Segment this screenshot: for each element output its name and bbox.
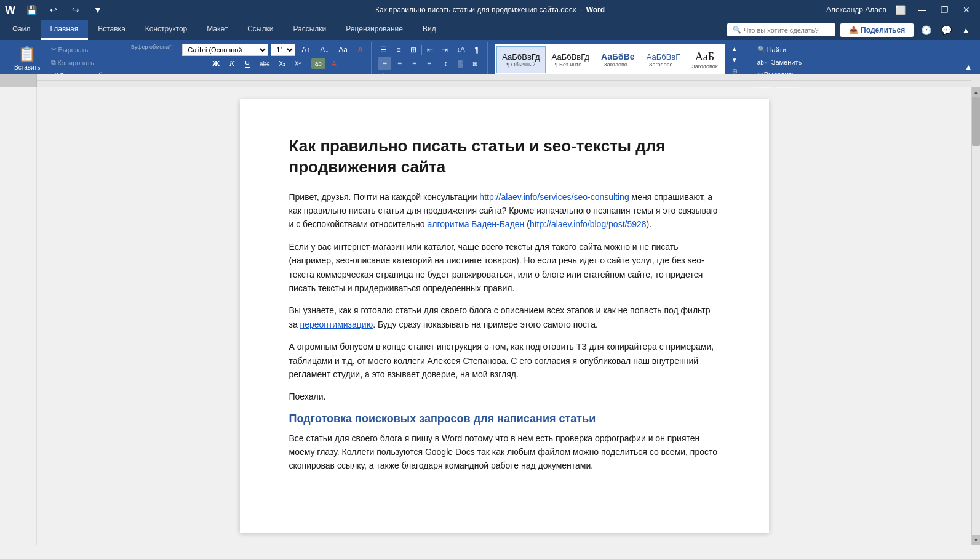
paragraph-4: А огромным бонусом в конце станет инстру… (289, 340, 720, 381)
search-bar[interactable]: 🔍 (727, 23, 835, 36)
paste-button[interactable]: 📋 Вставить (9, 44, 46, 73)
italic-button[interactable]: К (225, 57, 239, 70)
align-left-button[interactable]: ≡ (378, 57, 391, 70)
multilevel-list-button[interactable]: ⊞ (407, 44, 420, 56)
maximize-button[interactable]: ❐ (936, 1, 953, 18)
p1-link2[interactable]: алгоритма Баден-Баден (428, 219, 525, 229)
minimize-button[interactable]: — (914, 1, 931, 18)
bold-button[interactable]: Ж (209, 57, 223, 70)
scrollbar-track[interactable] (972, 97, 980, 535)
ribbon-group-styles: АаБбВвГд ¶ Обычный АаБбВвГд ¶ Без инте..… (489, 42, 747, 74)
ribbon-group-clipboard: 📋 Вставить ✂ Вырезать ⧉ Копировать 🖌 Фор… (5, 42, 127, 74)
share-button[interactable]: 📤 Поделиться (840, 23, 914, 37)
p1-text-before: Привет, друзья. Почти на каждой консульт… (289, 192, 480, 202)
p1-end: ). (647, 219, 652, 229)
underline-button[interactable]: Ч (241, 58, 254, 70)
replace-label: Заменить (771, 58, 802, 66)
find-button[interactable]: 🔍 Найти (754, 44, 789, 55)
font-grow-button[interactable]: A↑ (298, 44, 314, 56)
tab-design[interactable]: Конструктор (135, 20, 197, 40)
title-separator: - (580, 6, 583, 14)
search-input[interactable] (744, 26, 830, 34)
font-shrink-button[interactable]: A↓ (316, 44, 332, 56)
scrollbar-down-button[interactable]: ▼ (972, 535, 981, 545)
font-size-select[interactable]: 11 (271, 44, 295, 56)
styles-scroll-up[interactable]: ▲ (728, 44, 741, 54)
paragraph-5: Поехали. (289, 390, 720, 403)
increase-indent-button[interactable]: ⇥ (438, 44, 452, 56)
doc-scroll[interactable]: Как правильно писать статьи и seo-тексты… (37, 87, 971, 545)
shading-button[interactable]: ▒ (453, 58, 467, 69)
align-justify-button[interactable]: ≡ (422, 57, 436, 70)
redo-button[interactable]: ↪ (67, 1, 84, 18)
close-button[interactable]: ✕ (958, 1, 975, 18)
ribbon-history-button[interactable]: 🕐 (918, 24, 934, 36)
p1-link1[interactable]: http://alaev.info/services/seo-consultin… (479, 192, 629, 202)
style-normal-text: АаБбВвГд (502, 52, 540, 62)
style-heading2[interactable]: АаБбВвГ Заголово... (641, 46, 686, 73)
tab-mailings[interactable]: Рассылки (283, 20, 336, 40)
cut-button[interactable]: ✂ Вырезать (48, 44, 123, 55)
tab-review[interactable]: Рецензирование (336, 20, 413, 40)
tab-home[interactable]: Главная (41, 20, 89, 40)
align-right-button[interactable]: ≡ (407, 57, 421, 70)
replace-button[interactable]: ab↔ Заменить (754, 57, 805, 68)
styles-scroll-down[interactable]: ▼ (728, 55, 741, 65)
style-heading2-text: АаБбВвГ (647, 52, 680, 62)
strikethrough-button[interactable]: аbc (256, 58, 273, 69)
p3-text-after: . Буду сразу показывать на примере этого… (373, 320, 598, 329)
numbering-button[interactable]: ≡ (392, 44, 405, 56)
copy-label: Копировать (57, 59, 94, 66)
tab-layout[interactable]: Макет (197, 20, 237, 40)
decrease-indent-button[interactable]: ⇤ (423, 44, 437, 56)
doc-title: Как правильно писать статьи и seo-тексты… (289, 136, 720, 178)
share-icon: 📤 (849, 26, 858, 34)
font-color-button[interactable]: A (354, 44, 367, 56)
style-heading2-label: Заголово... (649, 62, 677, 68)
paste-icon: 📋 (18, 46, 36, 63)
restore-window-button[interactable]: ⬜ (891, 1, 909, 18)
scrollbar-right[interactable]: ▲ ▼ (971, 87, 980, 545)
tab-insert[interactable]: Вставка (88, 20, 135, 40)
bullets-button[interactable]: ☰ (376, 44, 391, 56)
undo-button[interactable]: ↩ (45, 1, 62, 18)
superscript-button[interactable]: X² (291, 58, 305, 69)
save-quick-button[interactable]: 💾 (23, 1, 40, 18)
style-nospace[interactable]: АаБбВвГд ¶ Без инте... (546, 46, 595, 73)
app-name: Word (586, 6, 605, 14)
subscript-button[interactable]: X₂ (275, 58, 289, 69)
clipboard-expand-icon[interactable]: ⬚ (169, 44, 174, 50)
borders-button[interactable]: ⊞ (468, 58, 482, 69)
line-spacing-button[interactable]: ↕ (439, 57, 452, 70)
style-heading1[interactable]: АаБбВе Заголово... (596, 46, 640, 73)
change-case-button[interactable]: Aa (335, 44, 351, 56)
font-color2-button[interactable]: A (327, 58, 341, 70)
tab-view[interactable]: Вид (413, 20, 446, 40)
tab-references[interactable]: Ссылки (237, 20, 283, 40)
ribbon-comments-button[interactable]: 💬 (939, 24, 954, 36)
style-normal[interactable]: АаБбВвГд ¶ Обычный (496, 46, 545, 73)
text-highlight-button[interactable]: ab (311, 58, 325, 69)
p3-link[interactable]: переоптимизацию (300, 320, 373, 329)
copy-button[interactable]: ⧉ Копировать (48, 57, 123, 68)
ribbon-group-paragraph: ☰ ≡ ⊞ ⇤ ⇥ ↕A ¶ ≡ ≡ ≡ ≡ ↕ ▒ ⊞ Абзац ⬚ (373, 42, 488, 74)
align-center-button[interactable]: ≡ (392, 57, 406, 70)
ribbon-collapse-button[interactable]: ▲ (959, 24, 973, 36)
style-title-text: АаБ (695, 50, 714, 63)
quick-access-dropdown[interactable]: ▼ (89, 1, 106, 18)
ribbon-tabs: Файл Главная Вставка Конструктор Макет С… (0, 20, 980, 40)
paragraph-1: Привет, друзья. Почти на каждой консульт… (289, 190, 720, 231)
tab-file[interactable]: Файл (2, 20, 41, 40)
sort-button[interactable]: ↕A (453, 44, 469, 56)
style-title[interactable]: АаБ Заголовок (686, 46, 723, 73)
style-heading1-text: АаБбВе (601, 52, 635, 62)
font-name-select[interactable]: Calibri (Основной (182, 44, 268, 56)
show-marks-button[interactable]: ¶ (470, 44, 484, 56)
p1-link3[interactable]: http://alaev.info/blog/post/5928 (530, 219, 647, 229)
section-title: Подготовка поисковых запросов для написа… (289, 412, 720, 425)
scrollbar-thumb[interactable] (972, 97, 980, 146)
ribbon-collapse2-button[interactable]: ▲ (962, 61, 975, 73)
scrollbar-up-button[interactable]: ▲ (972, 87, 981, 97)
paragraph-2: Если у вас интернет-магазин или каталог,… (289, 240, 720, 296)
search-icon: 🔍 (733, 26, 741, 34)
